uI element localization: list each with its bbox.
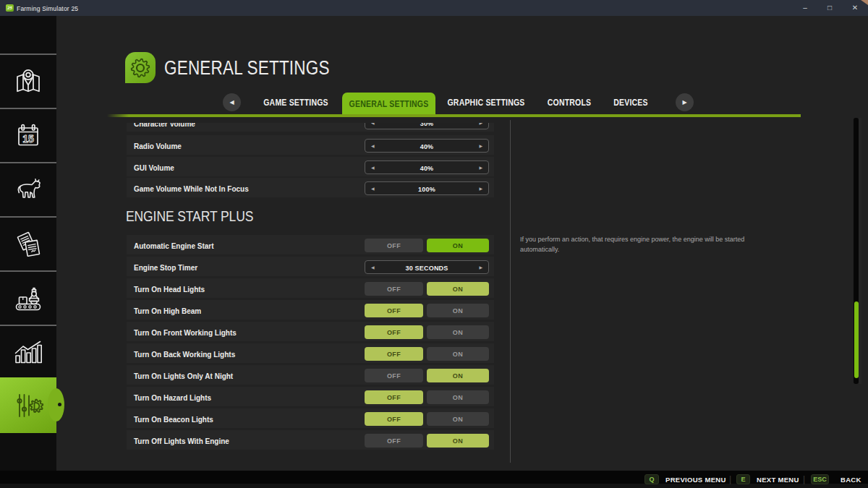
- svg-text:15: 15: [22, 132, 34, 144]
